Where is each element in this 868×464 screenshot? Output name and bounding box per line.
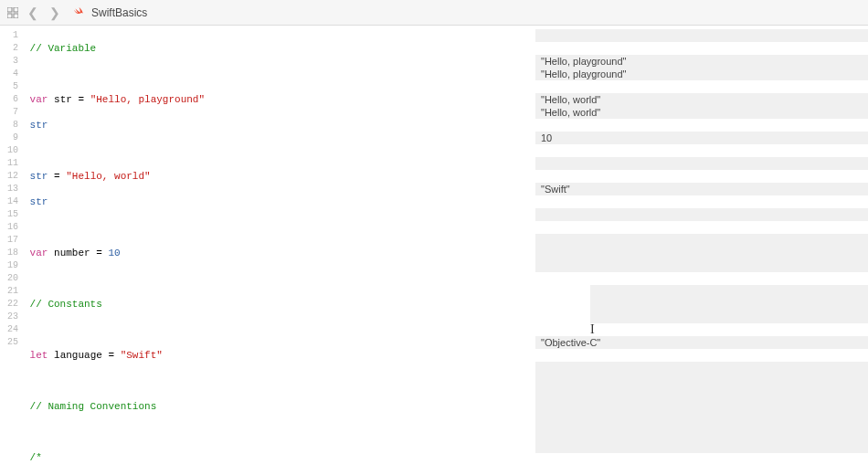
line-number: 21 — [0, 285, 24, 298]
code-comment: // Constants — [30, 299, 102, 310]
line-number: 9 — [0, 132, 24, 144]
nav-forward-icon[interactable]: ❯ — [48, 5, 62, 20]
result-value: "Hello, world" — [541, 106, 600, 119]
code-string: "Hello, playground" — [90, 94, 205, 105]
result-value: "Objective-C" — [541, 336, 600, 349]
code-ident: str — [30, 171, 48, 182]
line-number: 17 — [0, 234, 24, 247]
code-keyword: var — [30, 248, 48, 258]
code-comment: // Variable — [30, 43, 97, 54]
line-number: 2 — [0, 42, 24, 55]
line-number: 5 — [0, 80, 24, 93]
line-number: 8 — [0, 119, 24, 132]
swift-file-icon — [73, 5, 84, 19]
result-value: "Swift" — [541, 183, 570, 195]
code-comment: /* — [30, 452, 42, 463]
svg-rect-1 — [14, 7, 18, 12]
result-value: "Hello, playground" — [541, 55, 626, 68]
code-editor[interactable]: // Variable var str = "Hello, playground… — [24, 26, 535, 464]
line-number: 23 — [0, 311, 24, 323]
line-number: 18 — [0, 247, 24, 259]
mouse-text-cursor-icon: I — [590, 323, 595, 336]
line-number: 4 — [0, 68, 24, 80]
svg-rect-0 — [7, 7, 12, 12]
code-keyword: var — [30, 94, 48, 105]
toolbar: ❮ ❯ SwiftBasics — [0, 0, 868, 26]
line-number: 13 — [0, 183, 24, 195]
line-number: 16 — [0, 221, 24, 234]
line-number: 20 — [0, 272, 24, 285]
line-number: 10 — [0, 144, 24, 157]
code-keyword: let — [30, 350, 48, 361]
related-items-icon[interactable] — [7, 7, 18, 18]
result-value: "Hello, world" — [541, 93, 600, 106]
code-ident: str — [30, 196, 48, 207]
line-number: 6 — [0, 93, 24, 106]
line-number: 14 — [0, 195, 24, 208]
line-number: 22 — [0, 298, 24, 311]
editor-main: 1 2 3 4 5 6 7 8 9 10 11 12 13 14 15 16 1… — [0, 26, 868, 464]
code-string: "Swift" — [121, 350, 163, 361]
line-number: 15 — [0, 208, 24, 221]
file-name[interactable]: SwiftBasics — [91, 6, 147, 19]
results-sidebar: "Hello, playground" "Hello, playground" … — [535, 26, 868, 464]
code-ident: number — [54, 248, 90, 258]
line-number: 12 — [0, 170, 24, 183]
svg-rect-2 — [7, 14, 12, 18]
code-comment: // Naming Conventions — [30, 401, 157, 412]
line-number: 24 — [0, 323, 24, 336]
nav-back-icon[interactable]: ❮ — [26, 5, 40, 20]
code-string: "Hello, world" — [66, 171, 150, 182]
line-number: 3 — [0, 55, 24, 68]
code-number: 10 — [108, 248, 120, 258]
line-gutter: 1 2 3 4 5 6 7 8 9 10 11 12 13 14 15 16 1… — [0, 26, 24, 464]
code-ident: str — [30, 120, 48, 131]
line-number: 19 — [0, 259, 24, 272]
result-value: 10 — [541, 132, 552, 144]
result-value: "Hello, playground" — [541, 68, 626, 80]
code-ident: language — [54, 350, 102, 361]
line-number: 25 — [0, 336, 24, 349]
line-number: 1 — [0, 29, 24, 42]
line-number: 11 — [0, 157, 24, 170]
code-ident: str — [54, 94, 72, 105]
line-number: 7 — [0, 106, 24, 119]
svg-rect-3 — [14, 14, 18, 18]
